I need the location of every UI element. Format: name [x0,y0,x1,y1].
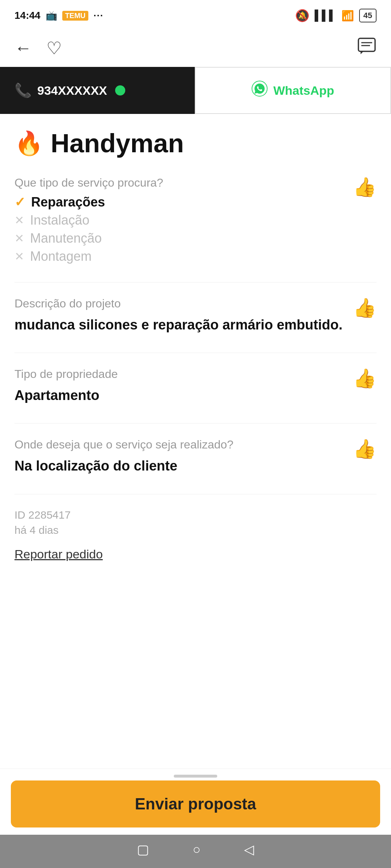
android-square-btn[interactable]: ▢ [137,842,149,857]
back-button[interactable]: ← [14,38,32,58]
status-bar: 14:44 📺 TEMU ··· 🔕 ▌▌▌ 📶 45 [0,0,391,29]
listing-time: há 4 dias [14,524,377,536]
x-icon-1: ✕ [14,213,24,227]
project-section: Descrição do projeto mudanca silicones e… [14,297,377,335]
status-icons: 🔕 ▌▌▌ 📶 45 [295,9,377,22]
whatsapp-button[interactable]: WhatsApp [195,67,391,114]
listing-name: Handyman [51,128,184,158]
listing-title: 🔥 Handyman [14,128,377,158]
online-badge [115,85,125,95]
mute-icon: 🔕 [295,9,310,22]
service-item-manutencao: ✕ Manutenção [14,231,346,246]
property-value: Apartamento [14,386,346,405]
project-value: mudanca silicones e reparação armário em… [14,315,346,335]
handle-bar [174,775,217,778]
main-content: 🔥 Handyman Que tipo de serviço procura? … [0,114,391,561]
service-label-2: Manutenção [30,231,102,246]
location-value: Na localização do cliente [14,456,346,476]
status-time: 14:44 [14,10,41,21]
android-back-btn[interactable]: ◁ [244,842,254,857]
listing-id: ID 2285417 [14,509,377,521]
chat-button[interactable] [357,36,377,60]
action-buttons: 📞 934XXXXXX WhatsApp [0,67,391,114]
android-home-btn[interactable]: ○ [193,842,201,857]
service-item-instalacao: ✕ Instalação [14,213,346,228]
service-label-3: Montagem [30,249,92,264]
property-label: Tipo de propriedade [14,367,346,381]
top-nav: ← ♡ [0,29,391,67]
x-icon-2: ✕ [14,231,24,245]
location-question-label: Onde deseja que o serviço seja realizado… [14,438,346,451]
service-question-label: Que tipo de serviço procura? [14,176,346,190]
app-icon-1: 📺 [46,10,57,21]
call-label: 934XXXXXX [37,84,107,98]
thumbs-up-project[interactable]: 👍 [346,297,377,319]
more-icon: ··· [93,10,104,21]
service-options: ✓ Reparações ✕ Instalação ✕ Manutenção ✕… [14,195,346,264]
project-label: Descrição do projeto [14,297,346,310]
divider-4 [14,494,377,494]
thumbs-up-property[interactable]: 👍 [346,367,377,390]
wifi-icon: 📶 [341,10,354,22]
android-nav: ▢ ○ ◁ [0,835,391,868]
divider-1 [14,282,377,282]
service-item-reparacoes: ✓ Reparações [14,195,346,210]
x-icon-3: ✕ [14,250,24,263]
title-emoji: 🔥 [14,130,43,157]
svg-rect-0 [358,38,375,51]
thumbs-up-location[interactable]: 👍 [346,438,377,460]
service-item-montagem: ✕ Montagem [14,249,346,264]
signal-icon: ▌▌▌ [315,10,336,21]
battery-indicator: 45 [359,9,377,22]
submit-button[interactable]: Enviar proposta [11,780,380,827]
phone-icon: 📞 [14,82,31,98]
svg-marker-3 [361,51,363,54]
bottom-bar: Enviar proposta ▢ ○ ◁ [0,769,391,868]
favorite-button[interactable]: ♡ [46,38,62,58]
bottom-handle [0,769,391,780]
location-section: Onde deseja que o serviço seja realizado… [14,438,377,476]
app-icon-2: TEMU [62,11,89,21]
property-section: Tipo de propriedade Apartamento 👍 [14,367,377,405]
service-label-1: Instalação [30,213,89,228]
meta-info: ID 2285417 há 4 dias Reportar pedido [14,509,377,561]
service-type-section: Que tipo de serviço procura? ✓ Reparaçõe… [14,176,377,264]
check-icon: ✓ [14,195,25,210]
service-label-0: Reparações [31,195,105,210]
call-button[interactable]: 📞 934XXXXXX [0,67,195,114]
divider-2 [14,353,377,353]
whatsapp-icon [252,81,268,100]
whatsapp-label: WhatsApp [273,84,334,98]
report-link[interactable]: Reportar pedido [14,547,103,561]
thumbs-up-service[interactable]: 👍 [346,176,377,198]
divider-3 [14,423,377,424]
